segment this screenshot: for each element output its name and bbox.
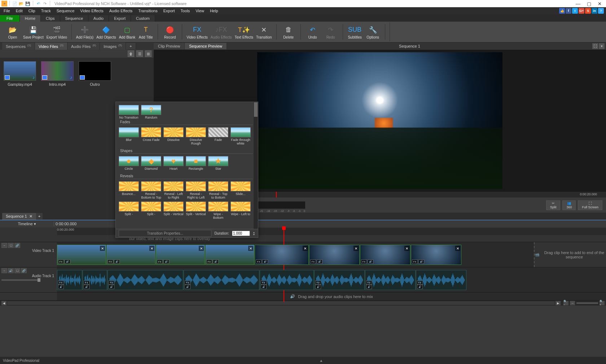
- transition-item[interactable]: Split - Vertical: [186, 201, 206, 219]
- playhead[interactable]: [282, 226, 286, 230]
- transition-item[interactable]: Bounce...: [119, 181, 139, 199]
- transition-item[interactable]: Heart: [163, 156, 184, 170]
- mute-icon[interactable]: 🔊: [185, 285, 190, 289]
- split-button[interactable]: ✂Split: [546, 200, 561, 210]
- transition-item[interactable]: Slide...: [230, 181, 251, 199]
- bin-list-icon[interactable]: ☰: [136, 50, 143, 57]
- mute-icon[interactable]: 🔊: [114, 259, 120, 264]
- export-button[interactable]: 🎬Export Video: [47, 25, 67, 39]
- new-icon[interactable]: 📄: [12, 1, 18, 6]
- bintab-add[interactable]: +: [126, 43, 136, 49]
- transition-item[interactable]: Wipe - Left to: [230, 201, 251, 219]
- transition-item[interactable]: Cross Fade: [141, 127, 161, 145]
- record-button[interactable]: 🔴Record: [162, 25, 177, 39]
- google-icon[interactable]: G+: [579, 8, 584, 14]
- 360-button[interactable]: 👥360: [562, 200, 576, 210]
- transition-item[interactable]: Wipe - Bottom: [208, 201, 228, 219]
- clip-trans-icon[interactable]: ✕: [404, 246, 409, 251]
- add-sequence-button[interactable]: +: [36, 213, 43, 219]
- transition-item[interactable]: Rectangle: [186, 156, 206, 170]
- fx-icon[interactable]: FX: [315, 280, 321, 285]
- addfiles-button[interactable]: ➕Add File(s): [76, 25, 93, 39]
- fx-icon[interactable]: FX: [366, 280, 372, 285]
- fx-icon[interactable]: FX: [185, 280, 190, 285]
- bin-delete-icon[interactable]: 🗑: [128, 50, 134, 57]
- video-clip[interactable]: ✕FX🔊: [205, 245, 254, 265]
- audio-clip[interactable]: FX🔊: [184, 270, 259, 290]
- transition-item[interactable]: Fade: [208, 127, 228, 145]
- vfx-button[interactable]: FXVideo Effects: [186, 25, 208, 39]
- fx-icon[interactable]: FX: [58, 259, 64, 264]
- stumble-icon[interactable]: S: [585, 8, 591, 14]
- fx-icon[interactable]: FX: [84, 280, 89, 285]
- zoom-reset-icon[interactable]: ↔: [570, 301, 575, 305]
- fx-icon[interactable]: FX: [109, 280, 114, 285]
- save-icon[interactable]: 💾: [25, 1, 31, 6]
- track-link-icon[interactable]: 🔗: [21, 268, 27, 273]
- twitter-icon[interactable]: t: [572, 8, 578, 14]
- mute-icon[interactable]: 🔊: [109, 285, 114, 289]
- mute-icon[interactable]: 🔊: [417, 285, 423, 289]
- video-clip[interactable]: ✕FX🔊: [57, 245, 106, 265]
- audio-clip[interactable]: FX🔊: [314, 270, 365, 290]
- expand-handle[interactable]: ▲: [320, 359, 323, 363]
- clip-trans-icon[interactable]: ✕: [149, 246, 154, 251]
- transition-item[interactable]: Reveal - Top to Bottom: [208, 181, 228, 199]
- delete-button[interactable]: 🗑Delete: [281, 25, 296, 39]
- facebook-icon[interactable]: f: [566, 8, 571, 14]
- transition-item[interactable]: Fade through white: [230, 127, 251, 145]
- fx-icon[interactable]: FX: [206, 259, 212, 264]
- track-lock-icon[interactable]: ☐: [8, 243, 14, 248]
- mute-icon[interactable]: 🔊: [368, 259, 373, 264]
- transition-item[interactable]: Random: [141, 105, 161, 119]
- transition-item[interactable]: Diamond: [141, 156, 161, 170]
- maximize-button[interactable]: ▢: [587, 1, 591, 6]
- mute-icon[interactable]: 🔊: [262, 259, 268, 264]
- scroll-left-icon[interactable]: ◀: [1, 301, 6, 305]
- open-button[interactable]: 📂Open: [5, 25, 20, 39]
- video-dropzone[interactable]: 📹 Drag clip here to add to end of the se…: [534, 242, 606, 267]
- fx-icon[interactable]: FX: [412, 259, 418, 264]
- menu-help[interactable]: Help: [207, 8, 221, 14]
- duration-input[interactable]: [232, 231, 250, 236]
- video-clip[interactable]: ✕FX🔊: [360, 245, 410, 265]
- menu-export[interactable]: Export: [161, 8, 178, 14]
- mute-icon[interactable]: 🔊: [261, 285, 267, 289]
- help-icon[interactable]: ?: [598, 8, 604, 14]
- undo-icon[interactable]: ↶: [35, 1, 41, 6]
- fx-icon[interactable]: FX: [256, 259, 262, 264]
- mute-icon[interactable]: 🔊: [418, 259, 424, 264]
- bintab-video-files[interactable]: Video Files (3): [35, 43, 67, 50]
- subs-button[interactable]: SUBSubtitles: [347, 25, 363, 39]
- audio-clip[interactable]: FX🔊: [107, 270, 183, 290]
- trans-button[interactable]: ✕Transition: [256, 25, 272, 39]
- transition-item[interactable]: Blur: [119, 127, 139, 145]
- track-mute-icon[interactable]: 🔊: [8, 268, 14, 273]
- tab-export[interactable]: Export: [109, 15, 131, 22]
- clip-trans-icon[interactable]: ✕: [455, 246, 460, 251]
- menu-file[interactable]: File: [1, 8, 13, 14]
- video-clip[interactable]: ✕FX🔊: [156, 245, 205, 265]
- menu-sequence[interactable]: Sequence: [54, 8, 78, 14]
- like-icon[interactable]: 👍: [559, 8, 565, 14]
- clip-trans-icon[interactable]: ✕: [199, 246, 204, 251]
- preview-tool-2[interactable]: ▾: [599, 43, 605, 49]
- menu-vfx[interactable]: Video Effects: [77, 8, 106, 14]
- tab-clips[interactable]: Clips: [41, 15, 60, 22]
- close-button[interactable]: ✕: [598, 1, 602, 6]
- transition-item[interactable]: Dissolve Rough: [186, 127, 206, 145]
- clip-item[interactable]: Gamplay.mp4: [4, 61, 36, 86]
- transition-item[interactable]: Reveal - Bottom to Top: [141, 181, 161, 199]
- sequence-tab[interactable]: Sequence 1✕: [2, 213, 36, 220]
- minimize-button[interactable]: —: [576, 1, 580, 6]
- redo-icon[interactable]: ↷: [42, 1, 48, 6]
- track-lock-icon[interactable]: ☐: [14, 268, 20, 273]
- video-clip[interactable]: ✕FX🔊: [106, 245, 155, 265]
- linkedin-icon[interactable]: in: [592, 8, 597, 14]
- addblank-button[interactable]: ▢Add Blank: [119, 25, 136, 39]
- mute-icon[interactable]: 🔊: [317, 259, 322, 264]
- mute-icon[interactable]: 🔊: [58, 285, 64, 289]
- tab-audio[interactable]: Audio: [88, 15, 109, 22]
- transition-properties-button[interactable]: Transition Properties...: [119, 230, 211, 237]
- audio-clip[interactable]: FX🔊: [260, 270, 314, 290]
